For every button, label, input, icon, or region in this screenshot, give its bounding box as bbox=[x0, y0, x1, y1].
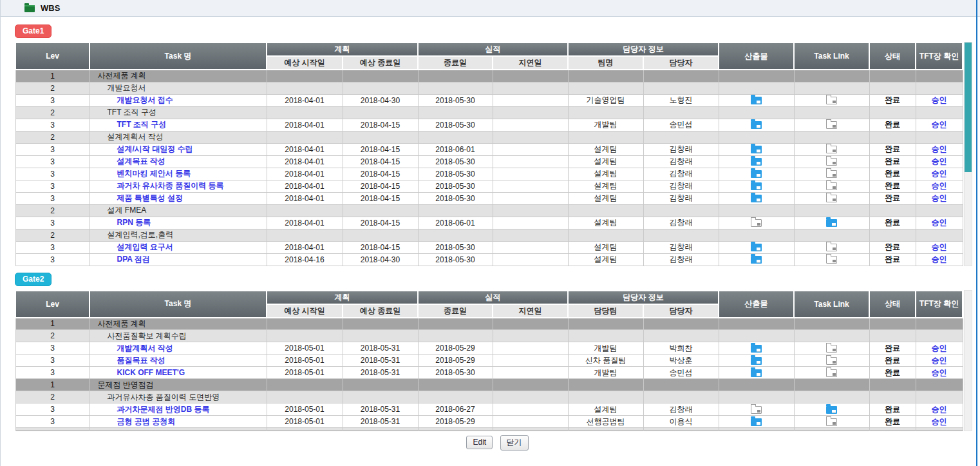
approve-link[interactable]: 승인 bbox=[932, 417, 947, 426]
col-delay: 지연일 bbox=[493, 304, 568, 318]
task-link-folder-icon[interactable] bbox=[826, 345, 837, 353]
approve-link[interactable]: 승인 bbox=[932, 193, 947, 202]
task-row: 3과거차문제점 반영DB 등록2018-05-012018-05-312018-… bbox=[15, 403, 963, 416]
delay-cell bbox=[493, 119, 568, 131]
team-cell bbox=[568, 82, 643, 94]
person-cell: 김창래 bbox=[643, 217, 719, 229]
plan-start-cell: 2018-04-01 bbox=[267, 94, 343, 106]
task-row: 2과거유사차종 품질이력 도면반영 bbox=[15, 391, 963, 403]
close-button[interactable]: 닫기 bbox=[500, 435, 529, 451]
delay-cell bbox=[493, 241, 568, 253]
tft-confirm-cell bbox=[916, 229, 963, 241]
task-link-folder-icon[interactable] bbox=[826, 170, 837, 178]
task-name-link[interactable]: 설계입력 요구서 bbox=[117, 242, 173, 251]
output-folder-icon[interactable] bbox=[751, 170, 762, 178]
output-folder-icon[interactable] bbox=[751, 406, 762, 414]
task-name-link[interactable]: RPN 등록 bbox=[117, 218, 151, 227]
task-link-folder-icon[interactable] bbox=[826, 182, 837, 190]
task-link-folder-icon[interactable] bbox=[826, 97, 837, 104]
actual-end-cell bbox=[418, 330, 493, 342]
output-folder-icon[interactable] bbox=[751, 357, 762, 365]
approve-link[interactable]: 승인 bbox=[932, 181, 947, 190]
gate2-vertical-scrollbar[interactable] bbox=[964, 290, 972, 432]
task-link-folder-icon[interactable] bbox=[826, 357, 837, 365]
task-link-folder-icon[interactable] bbox=[826, 121, 837, 129]
tasklink-cell bbox=[794, 428, 869, 431]
lev-cell: 3 bbox=[15, 241, 90, 253]
output-folder-icon[interactable] bbox=[751, 244, 762, 251]
plan-end-cell bbox=[343, 82, 418, 94]
output-folder-icon[interactable] bbox=[751, 158, 762, 166]
task-link-folder-icon[interactable] bbox=[826, 219, 837, 227]
status-cell: 완료 bbox=[869, 143, 916, 155]
plan-start-cell: 2018-05-01 bbox=[267, 342, 343, 354]
plan-start-cell bbox=[267, 229, 343, 241]
delay-cell bbox=[493, 168, 568, 180]
approve-link[interactable]: 승인 bbox=[932, 405, 947, 414]
tft-confirm-cell: 승인 bbox=[916, 168, 963, 180]
output-folder-icon[interactable] bbox=[751, 256, 762, 264]
lev-cell: 3 bbox=[15, 180, 90, 192]
approve-link[interactable]: 승인 bbox=[932, 368, 947, 377]
approve-link[interactable]: 승인 bbox=[932, 242, 947, 251]
approve-link[interactable]: 승인 bbox=[932, 344, 947, 353]
actual-end-cell bbox=[418, 379, 493, 391]
task-name-link[interactable]: TFT 조직 구성 bbox=[117, 120, 167, 129]
plan-start-cell: 2018-04-16 bbox=[267, 253, 343, 266]
task-link-folder-icon[interactable] bbox=[826, 406, 837, 414]
approve-link[interactable]: 승인 bbox=[932, 255, 947, 264]
delay-cell bbox=[493, 354, 568, 367]
gate1-vertical-scrollbar[interactable] bbox=[964, 42, 972, 266]
output-folder-icon[interactable] bbox=[751, 418, 762, 426]
approve-link[interactable]: 승인 bbox=[932, 144, 947, 153]
task-name-link[interactable]: 품질목표 작성 bbox=[117, 356, 165, 365]
task-name-link[interactable]: 개발요청서 접수 bbox=[117, 95, 173, 104]
task-link-folder-icon[interactable] bbox=[826, 244, 837, 251]
output-folder-icon[interactable] bbox=[751, 219, 762, 227]
task-link-folder-icon[interactable] bbox=[826, 418, 837, 426]
output-folder-icon[interactable] bbox=[751, 345, 762, 353]
approve-link[interactable]: 승인 bbox=[932, 169, 947, 178]
task-link-folder-icon[interactable] bbox=[826, 256, 837, 264]
lev-cell: 3 bbox=[15, 354, 90, 367]
tft-confirm-cell bbox=[916, 318, 963, 330]
output-folder-icon[interactable] bbox=[751, 97, 762, 104]
output-folder-icon[interactable] bbox=[751, 369, 762, 377]
task-link-folder-icon[interactable] bbox=[826, 369, 837, 377]
gate1-scrollbar-thumb[interactable] bbox=[965, 43, 972, 172]
task-name-link[interactable]: DPA 점검 bbox=[117, 255, 150, 264]
output-folder-icon[interactable] bbox=[751, 146, 762, 153]
output-folder-icon[interactable] bbox=[751, 182, 762, 190]
approve-link[interactable]: 승인 bbox=[932, 95, 947, 104]
task-name-link[interactable]: 제품 특별특성 설정 bbox=[117, 193, 184, 202]
window-title: WBS bbox=[41, 3, 60, 13]
output-folder-icon[interactable] bbox=[751, 195, 762, 202]
task-name-link[interactable]: 과거차문제점 반영DB 등록 bbox=[117, 405, 210, 414]
lev-cell: 2 bbox=[15, 82, 90, 94]
task-name-link[interactable]: 개발계획서 작성 bbox=[117, 344, 173, 353]
approve-link[interactable]: 승인 bbox=[932, 120, 947, 129]
task-link-folder-icon[interactable] bbox=[826, 146, 837, 153]
task-name-cell: 품질목표 작성 bbox=[90, 354, 267, 367]
task-name-link[interactable]: 금형 공법 공청회 bbox=[117, 417, 176, 426]
task-name-link[interactable]: 과거차 유사차종 품질이력 등록 bbox=[117, 181, 224, 190]
task-name-link[interactable]: KICK OFF MEET'G bbox=[117, 368, 185, 377]
task-link-folder-icon[interactable] bbox=[826, 158, 837, 166]
approve-link[interactable]: 승인 bbox=[932, 356, 947, 365]
task-name-link[interactable]: 설계목표 작성 bbox=[117, 157, 165, 166]
task-link-folder-icon[interactable] bbox=[826, 195, 837, 202]
approve-link[interactable]: 승인 bbox=[932, 157, 947, 166]
team-cell: 선행공법팀 bbox=[568, 416, 643, 428]
output-folder-icon[interactable] bbox=[751, 121, 762, 129]
edit-button[interactable]: Edit bbox=[466, 436, 493, 449]
task-name-cell: 금형 공법 공청회 bbox=[90, 416, 267, 428]
tft-confirm-cell bbox=[916, 330, 963, 342]
status-cell bbox=[869, 379, 916, 391]
approve-link[interactable]: 승인 bbox=[932, 218, 947, 227]
task-row: 3제품 특별특성 설정2018-04-012018-04-152018-05-3… bbox=[15, 192, 963, 204]
task-name-cell: 설계/시작 대일정 수립 bbox=[90, 143, 267, 155]
delay-cell bbox=[493, 192, 568, 204]
task-name-link[interactable]: 벤치마킹 제안서 등록 bbox=[117, 169, 191, 178]
task-name-link[interactable]: 설계/시작 대일정 수립 bbox=[117, 144, 193, 153]
task-name-cell: 제품 특별특성 설정 bbox=[90, 192, 267, 204]
